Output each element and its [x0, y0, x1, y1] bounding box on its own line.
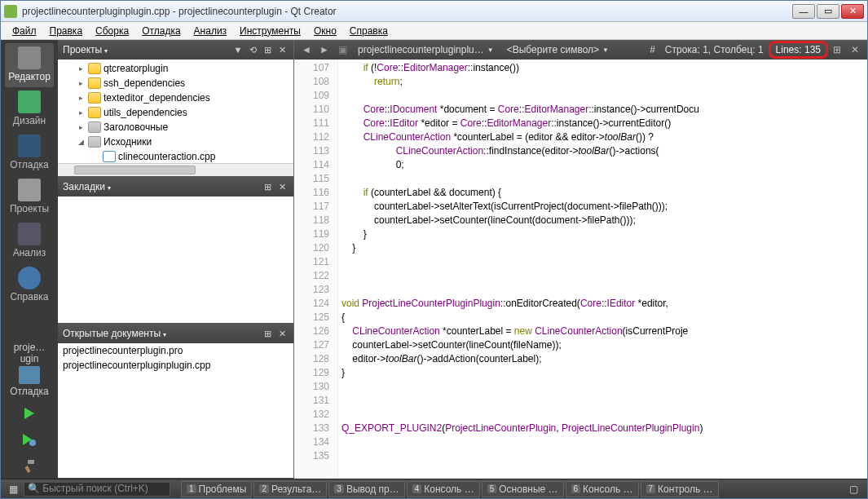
tree-item[interactable]: clinecounteraction.cpp — [58, 149, 293, 163]
open-document-item[interactable]: projectlinecounterpluginplugin.cpp — [58, 358, 293, 373]
file-selector-dropdown[interactable]: projectlinecounterpluginplu…▼ — [353, 43, 499, 56]
menu-bar: Файл Правка Сборка Отладка Анализ Инстру… — [1, 22, 867, 40]
bookmarks-body — [58, 197, 293, 323]
projects-icon — [18, 179, 41, 201]
menu-edit[interactable]: Правка — [43, 24, 90, 38]
editor-icon — [18, 46, 41, 69]
projects-pane-header: Проекты ▼ ⟲ ⊞ ✕ — [58, 40, 293, 60]
projects-pane-title[interactable]: Проекты — [63, 44, 230, 55]
debug-icon — [18, 135, 41, 157]
split-icon[interactable]: ⊞ — [261, 327, 274, 340]
svg-rect-3 — [24, 466, 30, 473]
close-editor-icon[interactable]: ✕ — [847, 42, 863, 57]
mode-debug[interactable]: Отладка — [5, 131, 54, 175]
nav-back-button[interactable]: ◄ — [298, 42, 315, 57]
nav-forward-button[interactable]: ► — [316, 42, 333, 57]
lines-counter-label: Lines: 135 — [769, 41, 828, 59]
filter-icon[interactable]: ▼ — [231, 43, 245, 56]
symbol-selector-dropdown[interactable]: <Выберите символ>▼ — [502, 43, 643, 56]
sync-icon[interactable]: ⟲ — [246, 43, 259, 56]
menu-help[interactable]: Справка — [343, 24, 394, 38]
mode-editor[interactable]: Редактор — [5, 43, 54, 87]
open-document-item[interactable]: projectlinecounterplugin.pro — [58, 343, 293, 358]
output-tab[interactable]: 1Проблемы — [181, 481, 252, 497]
output-tab[interactable]: 6Консоль … — [566, 481, 639, 497]
bookmarks-pane-header: Закладки ⊞ ✕ — [58, 177, 293, 197]
opendocs-pane-header: Открытые документы ⊞ ✕ — [58, 324, 293, 343]
menu-tools[interactable]: Инструменты — [233, 24, 307, 38]
open-documents-list[interactable]: projectlinecounterplugin.proprojectlinec… — [58, 343, 293, 478]
svg-marker-0 — [24, 408, 34, 419]
window-title: projectlinecounterpluginplugin.cpp - pro… — [22, 6, 791, 17]
menu-analyze[interactable]: Анализ — [187, 24, 234, 38]
close-pane-icon[interactable]: ✕ — [275, 327, 289, 340]
tree-item[interactable]: ▸utils_dependencies — [58, 105, 293, 120]
file-status-icon: ▣ — [334, 42, 350, 57]
tree-item[interactable]: ▸qtcreatorplugin — [58, 61, 293, 76]
run-debug-button[interactable] — [17, 429, 42, 450]
tree-item[interactable]: ◢Исходники — [58, 135, 293, 149]
close-button[interactable]: ✕ — [841, 4, 864, 19]
kit-selector[interactable]: proje…ugin Отладка — [5, 338, 54, 400]
split-editor-icon[interactable]: ⊞ — [829, 42, 845, 57]
mode-bar: Редактор Дизайн Отладка Проекты Анализ С… — [1, 40, 58, 479]
opendocs-pane-title[interactable]: Открытые документы — [63, 328, 259, 339]
tree-item[interactable]: ▸Заголовочные — [58, 120, 293, 135]
toggle-sidebar-button[interactable]: ▦ — [4, 482, 22, 497]
svg-point-2 — [29, 439, 36, 446]
output-tabs: 1Проблемы2Результа…3Вывод пр…4Консоль …5… — [180, 481, 720, 497]
side-panel: Проекты ▼ ⟲ ⊞ ✕ ▸qtcreatorplugin▸ssh_dep… — [58, 40, 294, 479]
split-icon[interactable]: ⊞ — [261, 43, 274, 56]
search-icon: 🔍 — [28, 483, 40, 494]
editor-toolbar: ◄ ► ▣ projectlinecounterpluginplu…▼ <Выб… — [294, 40, 867, 60]
cursor-position[interactable]: Строка: 1, Столбец: 1 — [660, 44, 769, 55]
help-icon — [18, 267, 41, 289]
output-tab[interactable]: 2Результа… — [253, 481, 327, 497]
monitor-icon — [19, 366, 40, 384]
menu-file[interactable]: Файл — [6, 24, 43, 38]
mode-analyze[interactable]: Анализ — [5, 219, 54, 263]
mode-projects[interactable]: Проекты — [5, 175, 54, 219]
split-icon[interactable]: ⊞ — [261, 180, 274, 193]
output-tab[interactable]: 3Вывод пр… — [328, 481, 404, 497]
bottom-bar: ▦ 🔍 Быстрый поиск (Ctrl+K) 1Проблемы2Рез… — [1, 479, 867, 498]
bookmarks-pane-title[interactable]: Закладки — [63, 181, 259, 192]
editor-area: ◄ ► ▣ projectlinecounterpluginplu…▼ <Выб… — [294, 40, 867, 479]
opendocs-pane: Открытые документы ⊞ ✕ projectlinecounte… — [58, 324, 293, 479]
line-number-gutter: 1071081091101111121131141151161171181191… — [294, 60, 338, 479]
output-tab[interactable]: 5Основные … — [482, 481, 564, 497]
mode-design[interactable]: Дизайн — [5, 87, 54, 131]
menu-build[interactable]: Сборка — [89, 24, 135, 38]
code-content[interactable]: if (!Core::EditorManager::instance()) re… — [338, 60, 867, 479]
bookmarks-pane: Закладки ⊞ ✕ — [58, 177, 293, 324]
cursor-position-hash: # — [645, 44, 660, 55]
mode-help[interactable]: Справка — [5, 263, 54, 307]
tree-item[interactable]: ▸ssh_dependencies — [58, 76, 293, 91]
projects-tree[interactable]: ▸qtcreatorplugin▸ssh_dependencies▸texted… — [58, 60, 293, 163]
output-tab[interactable]: 4Консоль … — [407, 481, 480, 497]
window-titlebar: projectlinecounterpluginplugin.cpp - pro… — [1, 1, 867, 22]
output-tab[interactable]: 7Контроль … — [641, 481, 719, 497]
close-pane-icon[interactable]: ✕ — [275, 180, 289, 193]
menu-window[interactable]: Окно — [307, 24, 343, 38]
output-close-icon[interactable]: ▢ — [844, 482, 862, 497]
build-button[interactable] — [17, 455, 42, 476]
design-icon — [18, 91, 41, 113]
analyze-icon — [18, 223, 41, 245]
app-icon — [4, 5, 17, 18]
close-pane-icon[interactable]: ✕ — [275, 43, 289, 56]
run-button[interactable] — [17, 403, 42, 424]
minimize-button[interactable]: — — [792, 4, 815, 19]
tree-scrollbar[interactable] — [58, 163, 293, 176]
maximize-button[interactable]: ▭ — [817, 4, 839, 19]
tree-item[interactable]: ▸texteditor_dependencies — [58, 91, 293, 105]
quick-search-input[interactable]: 🔍 Быстрый поиск (Ctrl+K) — [24, 482, 170, 497]
svg-rect-4 — [28, 460, 34, 464]
projects-pane: Проекты ▼ ⟲ ⊞ ✕ ▸qtcreatorplugin▸ssh_dep… — [58, 40, 293, 177]
code-area[interactable]: 1071081091101111121131141151161171181191… — [294, 60, 867, 479]
menu-debug[interactable]: Отладка — [135, 24, 187, 38]
